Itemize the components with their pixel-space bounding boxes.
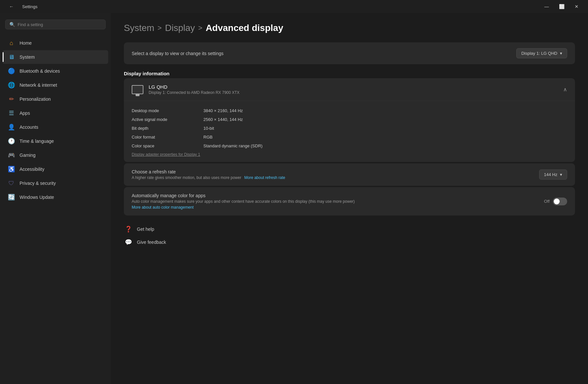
accessibility-icon: ♿ xyxy=(8,166,15,173)
display-sub: Display 1: Connected to AMD Radeon RX 79… xyxy=(149,90,240,95)
adapter-properties-link[interactable]: Display adapter properties for Display 1 xyxy=(132,152,567,157)
info-rows: Desktop mode 3840 × 2160, 144 Hz Active … xyxy=(124,101,575,162)
color-mgmt-link[interactable]: More about auto color management xyxy=(132,205,355,210)
back-button[interactable]: ← xyxy=(4,0,19,13)
footer-link-label-give-feedback: Give feedback xyxy=(137,240,166,245)
gaming-icon: 🎮 xyxy=(8,152,15,159)
sidebar: 🔍 ⌂ Home 🖥 System 🔵 Bluetooth & devices … xyxy=(0,13,111,384)
refresh-rate-dropdown[interactable]: 144 Hz ▾ xyxy=(539,170,567,180)
info-label: Desktop mode xyxy=(132,108,203,113)
breadcrumb-sep2: > xyxy=(198,24,202,32)
info-row: Color space Standard dynamic range (SDR) xyxy=(132,141,567,150)
close-button[interactable]: ✕ xyxy=(569,0,584,13)
color-mgmt-sub: Auto color management makes sure your ap… xyxy=(132,199,355,204)
home-icon: ⌂ xyxy=(8,39,15,47)
titlebar-title: Settings xyxy=(22,4,37,9)
sidebar-label-accessibility: Accessibility xyxy=(20,167,44,172)
titlebar-controls: — ⬜ ✕ xyxy=(539,0,584,13)
display-info-card: LG QHD Display 1: Connected to AMD Radeo… xyxy=(124,78,575,162)
color-mgmt-label: Automatically manage color for apps xyxy=(132,193,355,198)
breadcrumb: System > Display > Advanced display xyxy=(124,23,575,33)
sidebar-label-system: System xyxy=(20,54,35,60)
breadcrumb-display: Display xyxy=(165,23,195,33)
info-value: 10-bit xyxy=(203,126,214,131)
monitor-icon xyxy=(132,85,143,94)
sidebar-item-home[interactable]: ⌂ Home xyxy=(3,36,108,50)
info-label: Active signal mode xyxy=(132,117,203,122)
sidebar-label-home: Home xyxy=(20,40,32,46)
display-info-header[interactable]: LG QHD Display 1: Connected to AMD Radeo… xyxy=(124,78,575,101)
breadcrumb-sep1: > xyxy=(157,24,162,32)
sidebar-label-gaming: Gaming xyxy=(20,153,36,158)
color-mgmt-toggle[interactable] xyxy=(553,198,567,205)
display-name: LG QHD xyxy=(149,84,240,90)
apps-icon: ☰ xyxy=(8,110,15,117)
search-bar[interactable]: 🔍 xyxy=(5,20,106,29)
sidebar-label-privacy: Privacy & security xyxy=(20,181,56,186)
sidebar-item-privacy[interactable]: 🛡 Privacy & security xyxy=(3,176,108,190)
color-mgmt-top: Automatically manage color for apps Auto… xyxy=(132,193,567,210)
bluetooth-icon: 🔵 xyxy=(8,67,15,75)
info-row: Color format RGB xyxy=(132,133,567,141)
nav-list: ⌂ Home 🖥 System 🔵 Bluetooth & devices 🌐 … xyxy=(0,36,111,204)
color-mgmt-card: Automatically manage color for apps Auto… xyxy=(124,187,575,215)
footer-link-label-get-help: Get help xyxy=(137,227,154,232)
refresh-sub-label: A higher rate gives smoother motion, but… xyxy=(132,175,285,180)
breadcrumb-system: System xyxy=(124,23,154,33)
sidebar-item-bluetooth[interactable]: 🔵 Bluetooth & devices xyxy=(3,64,108,78)
sidebar-item-update[interactable]: 🔄 Windows Update xyxy=(3,190,108,204)
give-feedback-icon: 💬 xyxy=(124,238,133,247)
accounts-icon: 👤 xyxy=(8,124,15,131)
refresh-rate-link[interactable]: More about refresh rate xyxy=(244,175,285,180)
sidebar-item-personalization[interactable]: ✏ Personalization xyxy=(3,92,108,106)
chevron-up-icon: ∧ xyxy=(563,86,567,93)
refresh-rate-value: 144 Hz xyxy=(544,172,557,177)
sidebar-label-update: Windows Update xyxy=(20,195,54,200)
refresh-label-block: Choose a refresh rate A higher rate give… xyxy=(132,169,285,180)
display-info-text: LG QHD Display 1: Connected to AMD Radeo… xyxy=(149,84,240,95)
display-dropdown[interactable]: Display 1: LG QHD ▾ xyxy=(516,48,567,58)
display-info-header-left: LG QHD Display 1: Connected to AMD Radeo… xyxy=(132,84,240,95)
minimize-button[interactable]: — xyxy=(539,0,554,13)
sidebar-item-apps[interactable]: ☰ Apps xyxy=(3,106,108,120)
sidebar-item-time[interactable]: 🕐 Time & language xyxy=(3,134,108,148)
app-layout: 🔍 ⌂ Home 🖥 System 🔵 Bluetooth & devices … xyxy=(0,13,588,384)
select-display-row: Select a display to view or change its s… xyxy=(124,42,575,64)
sidebar-item-system[interactable]: 🖥 System xyxy=(3,50,108,64)
titlebar-left: ← Settings xyxy=(4,0,37,13)
display-dropdown-value: Display 1: LG QHD xyxy=(521,51,557,56)
sidebar-item-network[interactable]: 🌐 Network & internet xyxy=(3,78,108,92)
footer-link-give-feedback[interactable]: 💬 Give feedback xyxy=(124,238,575,247)
display-info-section-title: Display information xyxy=(124,71,575,76)
toggle-row: Off xyxy=(544,198,567,205)
search-input[interactable] xyxy=(18,22,101,27)
sidebar-item-gaming[interactable]: 🎮 Gaming xyxy=(3,148,108,162)
system-icon: 🖥 xyxy=(8,53,15,61)
toggle-label: Off xyxy=(544,199,550,204)
footer-link-get-help[interactable]: ❓ Get help xyxy=(124,225,575,234)
maximize-button[interactable]: ⬜ xyxy=(554,0,569,13)
sidebar-item-accessibility[interactable]: ♿ Accessibility xyxy=(3,162,108,176)
sidebar-label-network: Network & internet xyxy=(20,82,57,88)
info-label: Color format xyxy=(132,135,203,140)
network-icon: 🌐 xyxy=(8,81,15,89)
footer-links: ❓ Get help 💬 Give feedback xyxy=(124,225,575,247)
sidebar-item-accounts[interactable]: 👤 Accounts xyxy=(3,120,108,134)
display-dropdown-arrow: ▾ xyxy=(560,51,562,56)
time-icon: 🕐 xyxy=(8,138,15,145)
sidebar-label-time: Time & language xyxy=(20,139,54,144)
refresh-rate-arrow: ▾ xyxy=(560,172,562,177)
info-label: Bit depth xyxy=(132,126,203,131)
breadcrumb-advanced: Advanced display xyxy=(206,23,283,33)
info-row: Desktop mode 3840 × 2160, 144 Hz xyxy=(132,106,567,115)
sidebar-label-accounts: Accounts xyxy=(20,125,38,130)
sidebar-label-bluetooth: Bluetooth & devices xyxy=(20,68,60,74)
titlebar: ← Settings — ⬜ ✕ xyxy=(0,0,588,13)
get-help-icon: ❓ xyxy=(124,225,133,234)
info-value: 2560 × 1440, 144 Hz xyxy=(203,117,243,122)
update-icon: 🔄 xyxy=(8,194,15,201)
sidebar-label-personalization: Personalization xyxy=(20,96,51,102)
info-value: 3840 × 2160, 144 Hz xyxy=(203,108,243,113)
info-value: Standard dynamic range (SDR) xyxy=(203,143,262,148)
refresh-main-label: Choose a refresh rate xyxy=(132,169,285,174)
